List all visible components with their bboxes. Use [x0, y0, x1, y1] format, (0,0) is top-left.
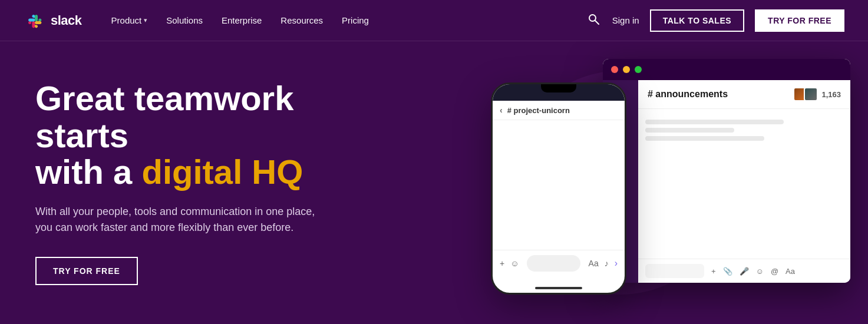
desktop-toolbar: + 📎 🎤 ☺ @ Aa — [638, 259, 850, 283]
nav-links: Product ▾ Solutions Enterprise Resources… — [103, 11, 585, 30]
chevron-down-icon: ▾ — [144, 16, 147, 24]
phone-plus-icon: + — [500, 259, 504, 268]
desktop-body: # announcements 1,163 — [603, 80, 850, 283]
channel-name: # announcements — [648, 89, 728, 100]
desktop-attach-icon: 📎 — [723, 267, 732, 276]
signin-link[interactable]: Sign in — [612, 15, 639, 25]
nav-item-pricing[interactable]: Pricing — [334, 11, 377, 30]
desktop-header-right: 1,163 — [793, 87, 841, 101]
phone-emoji-icon: ☺ — [510, 259, 519, 268]
msg-line-1 — [645, 120, 784, 124]
desktop-input-bar[interactable] — [645, 264, 704, 278]
phone-toolbar: + ☺ Aa ♪ › — [493, 250, 625, 276]
avatar-group — [793, 87, 818, 101]
desktop-font-icon: Aa — [786, 267, 795, 276]
desktop-mic-icon: 🎤 — [740, 267, 749, 276]
hero-section: Great teamwork starts with a digital HQ … — [0, 41, 868, 324]
phone-header: ‹ # project-unicorn — [493, 101, 625, 120]
navbar: slack Product ▾ Solutions Enterprise Res… — [0, 0, 868, 41]
member-count: 1,163 — [821, 90, 841, 99]
phone-input-bar[interactable] — [527, 255, 580, 272]
desktop-channel-header: # announcements 1,163 — [638, 80, 850, 109]
hero-subtext: With all your people, tools and communic… — [35, 204, 318, 236]
close-dot-icon — [611, 66, 618, 73]
avatar-2 — [804, 87, 818, 101]
msg-line-3 — [645, 136, 764, 141]
desktop-messages — [638, 109, 850, 259]
back-icon: ‹ — [500, 105, 503, 115]
phone-send-icon: › — [615, 258, 618, 269]
desktop-channel-label: # announcements — [648, 89, 728, 100]
hero-heading: Great teamwork starts with a digital HQ — [35, 80, 365, 191]
nav-item-solutions[interactable]: Solutions — [158, 11, 211, 30]
phone-channel-name: # project-unicorn — [507, 106, 570, 115]
talk-to-sales-button[interactable]: TALK TO SALES — [650, 9, 744, 32]
svg-line-2 — [595, 21, 599, 24]
brand-name: slack — [51, 13, 82, 28]
desktop-at-icon: @ — [771, 267, 778, 276]
nav-right: Sign in TALK TO SALES TRY FOR FREE — [585, 9, 844, 32]
phone-messages — [493, 120, 625, 262]
try-for-free-button[interactable]: TRY FOR FREE — [755, 9, 844, 32]
hero-visuals: ‹ # project-unicorn + ☺ Aa ♪ › — [473, 59, 850, 306]
nav-item-product[interactable]: Product ▾ — [103, 11, 156, 30]
desktop-titlebar — [603, 59, 850, 80]
phone-mockup: ‹ # project-unicorn + ☺ Aa ♪ › — [491, 82, 626, 295]
msg-line-2 — [645, 128, 734, 133]
logo-link[interactable]: slack — [24, 10, 82, 31]
hero-try-free-button[interactable]: TRY FOR FREE — [35, 257, 138, 285]
desktop-main: # announcements 1,163 — [638, 80, 850, 283]
maximize-dot-icon — [635, 66, 642, 73]
phone-font-icon: Aa — [589, 259, 599, 268]
minimize-dot-icon — [623, 66, 630, 73]
search-icon[interactable] — [585, 11, 602, 30]
desktop-emoji-icon: ☺ — [756, 267, 764, 276]
phone-mic-icon: ♪ — [605, 259, 609, 268]
desktop-mockup: # announcements 1,163 — [603, 59, 850, 283]
phone-notch — [541, 84, 576, 92]
slack-logo-icon — [24, 10, 45, 31]
hero-text-block: Great teamwork starts with a digital HQ … — [35, 80, 365, 285]
phone-home-bar — [535, 287, 582, 289]
nav-item-resources[interactable]: Resources — [272, 11, 331, 30]
nav-item-enterprise[interactable]: Enterprise — [213, 11, 270, 30]
hero-highlight: digital HQ — [141, 153, 303, 191]
desktop-plus-icon: + — [711, 267, 716, 276]
